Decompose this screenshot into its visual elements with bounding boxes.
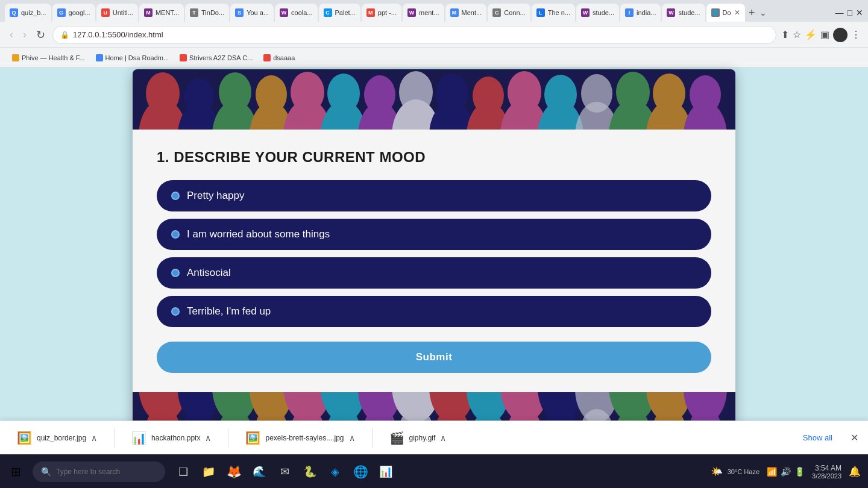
windows-icon: ⊞: [11, 465, 21, 479]
new-tab-button[interactable]: +: [749, 7, 755, 19]
extensions-icon[interactable]: ⚡: [805, 29, 817, 40]
back-button[interactable]: ‹: [7, 26, 16, 43]
profile-avatar[interactable]: [833, 28, 848, 42]
taskbar-app-task-view[interactable]: ❑: [171, 460, 195, 484]
tab-9[interactable]: M ppt -...: [362, 4, 401, 22]
option-1[interactable]: Pretty happy: [157, 180, 711, 211]
tab-7[interactable]: W coola...: [275, 4, 317, 22]
tab-15[interactable]: I india...: [620, 4, 661, 22]
option-4[interactable]: Terrible, I'm fed up: [157, 296, 711, 327]
tab-14[interactable]: W stude...: [576, 4, 619, 22]
chrome-icon: 🌐: [353, 465, 368, 479]
download-file-icon-3: 🖼️: [245, 431, 260, 445]
tab-bar: Q quiz_b... G googl... U Untitl... M MEN…: [0, 0, 868, 22]
taskbar-search-box[interactable]: 🔍: [33, 461, 165, 482]
file-explorer-icon: 📁: [202, 465, 215, 478]
download-filename-1: quiz_border.jpg: [37, 434, 86, 442]
taskbar-app-vscode[interactable]: ◈: [323, 460, 347, 484]
download-item-3[interactable]: 🖼️ pexels-brett-sayles....jpg ∧: [238, 427, 362, 449]
option-label-2: I am worried about some things: [187, 228, 330, 240]
download-chevron-1[interactable]: ∧: [91, 433, 97, 443]
quiz-card: 1. DESCRIBE YOUR CURRENT MOOD Pretty hap…: [133, 69, 735, 452]
taskbar-app-edge[interactable]: 🌊: [247, 460, 271, 484]
close-button[interactable]: ✕: [856, 8, 863, 17]
tab-10[interactable]: W ment...: [403, 4, 444, 22]
tab-11[interactable]: M Ment...: [445, 4, 487, 22]
tab-8[interactable]: C Palet...: [319, 4, 360, 22]
option-3[interactable]: Antisocial: [157, 257, 711, 289]
taskbar-app-mail[interactable]: ✉: [272, 460, 297, 484]
taskbar-right: 🌤️ 30°C Haze 📶 🔊 🔋 3:54 AM 3/28/2023 🔔: [711, 464, 868, 480]
download-bar: 🖼️ quiz_border.jpg ∧ 📊 hackathon.pptx ∧ …: [0, 421, 868, 454]
bookmark-dsaaaa[interactable]: dsaaaa: [259, 52, 300, 64]
tab-4[interactable]: M MENT...: [139, 4, 184, 22]
bookmark-star-icon[interactable]: ☆: [793, 29, 801, 40]
quiz-body: 1. DESCRIBE YOUR CURRENT MOOD Pretty hap…: [133, 130, 735, 392]
vscode-icon: ◈: [331, 465, 339, 478]
powerpoint-icon: 📊: [379, 465, 392, 478]
download-chevron-3[interactable]: ∧: [349, 433, 355, 443]
download-bar-close-icon[interactable]: ✕: [851, 432, 858, 443]
tab-close-icon[interactable]: ✕: [734, 8, 740, 17]
tab-5[interactable]: T TinDo...: [185, 4, 229, 22]
option-label-3: Antisocial: [187, 267, 231, 279]
taskbar-app-python[interactable]: 🐍: [298, 460, 322, 484]
maximize-button[interactable]: □: [848, 8, 852, 17]
tab-16[interactable]: W stude...: [662, 4, 705, 22]
download-filename-2: hackathon.pptx: [151, 434, 200, 442]
bookmark-strivers[interactable]: Strivers A2Z DSA C...: [175, 52, 257, 64]
download-file-icon-2: 📊: [131, 431, 146, 445]
tab-overflow-button[interactable]: ⌄: [760, 8, 767, 17]
forward-button[interactable]: ›: [20, 26, 29, 43]
option-bullet-4: [171, 307, 180, 316]
option-bullet-1: [171, 192, 180, 200]
taskbar-app-firefox[interactable]: 🦊: [222, 460, 246, 484]
tab-13[interactable]: L The n...: [532, 4, 575, 22]
taskbar: ⊞ 🔍 ❑ 📁 🦊 🌊 ✉ 🐍 ◈ 🌐 📊: [0, 454, 868, 488]
option-2[interactable]: I am worried about some things: [157, 219, 711, 250]
taskbar-app-chrome[interactable]: 🌐: [348, 460, 373, 484]
download-item-4[interactable]: 🎬 giphy.gif ∧: [382, 427, 454, 449]
taskbar-search-input[interactable]: [56, 468, 153, 476]
address-box[interactable]: 🔒 127.0.0.1:5500/index.html: [52, 26, 776, 44]
system-tray-icons: 🌤️ 30°C Haze: [711, 466, 760, 477]
minimize-button[interactable]: —: [835, 8, 844, 17]
option-bullet-2: [171, 230, 180, 239]
tab-3[interactable]: U Untitl...: [96, 4, 138, 22]
bookmark-dsa[interactable]: Home | Dsa Roadm...: [91, 52, 174, 64]
download-filename-4: giphy.gif: [409, 434, 436, 442]
firefox-icon: 🦊: [227, 465, 242, 479]
reload-button[interactable]: ↻: [34, 26, 48, 44]
search-icon: 🔍: [41, 467, 51, 477]
download-item-2[interactable]: 📊 hackathon.pptx ∧: [124, 427, 218, 449]
edge-icon: 🌊: [253, 465, 266, 478]
share-icon[interactable]: ⬆: [781, 29, 789, 40]
clock-time: 3:54 AM: [812, 464, 841, 472]
sidebar-toggle-icon[interactable]: ▣: [820, 29, 829, 40]
tab-6[interactable]: S You a...: [230, 4, 274, 22]
volume-icon: 🔊: [781, 467, 791, 477]
download-chevron-2[interactable]: ∧: [205, 433, 211, 443]
submit-button[interactable]: Submit: [157, 342, 711, 373]
tab-17-active[interactable]: 🌐 Do ✕: [706, 4, 745, 22]
tab-12[interactable]: C Conn...: [488, 4, 530, 22]
option-bullet-3: [171, 269, 180, 277]
wifi-icon: 📶: [767, 467, 777, 477]
clock-date: 3/28/2023: [812, 472, 841, 480]
notification-icon[interactable]: 🔔: [849, 466, 861, 477]
options-list: Pretty happy I am worried about some thi…: [157, 180, 711, 327]
tab-2[interactable]: G googl...: [52, 4, 95, 22]
start-button[interactable]: ⊞: [2, 458, 29, 485]
bookmark-phive[interactable]: Phive — Health & F...: [7, 52, 90, 64]
menu-icon[interactable]: ⋮: [851, 29, 861, 40]
dl-separator-1: [114, 428, 115, 448]
show-all-button[interactable]: Show all: [797, 430, 838, 446]
lock-icon: 🔒: [60, 31, 69, 39]
taskbar-app-powerpoint[interactable]: 📊: [374, 460, 398, 484]
download-item-1[interactable]: 🖼️ quiz_border.jpg ∧: [10, 427, 104, 449]
battery-icon: 🔋: [794, 467, 805, 477]
download-chevron-4[interactable]: ∧: [440, 433, 446, 443]
taskbar-app-file-explorer[interactable]: 📁: [197, 460, 221, 484]
tab-1[interactable]: Q quiz_b...: [5, 4, 51, 22]
mail-icon: ✉: [280, 465, 289, 478]
